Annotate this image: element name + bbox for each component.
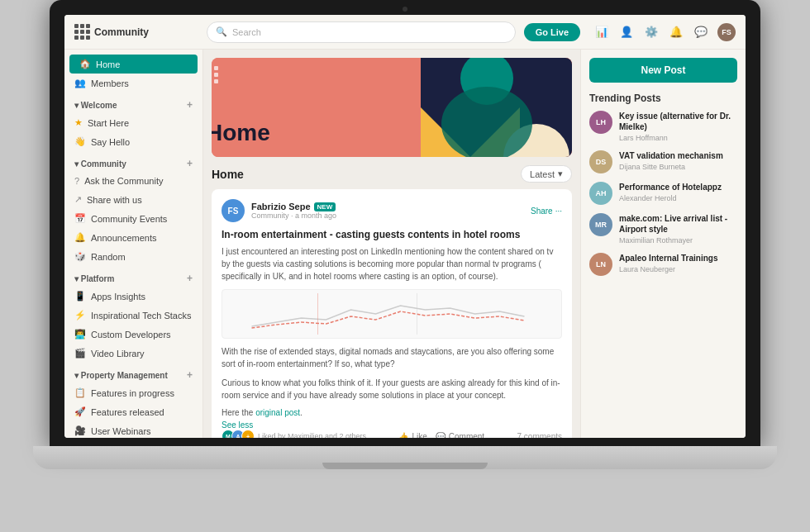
sidebar-item-members[interactable]: 👥 Members <box>64 74 202 93</box>
sidebar-item-features-released[interactable]: 🚀 Features released <box>64 402 202 421</box>
settings-icon[interactable]: ⚙️ <box>643 24 660 40</box>
trending-content-2: Performance of Hotelappz Alexander Herol… <box>619 182 737 205</box>
post-body-1: I just encountered an interesting post o… <box>222 245 562 283</box>
sidebar-item-share[interactable]: ↗ Share with us <box>64 190 202 209</box>
trending-post-title-1: VAT validation mechanism <box>619 150 737 161</box>
trending-item-3[interactable]: MR make.com: Live arrival list - Airport… <box>589 213 737 245</box>
chevron-down-icon: ▾ <box>558 169 563 179</box>
comment-button[interactable]: 💬 Comment <box>436 432 484 439</box>
dev-icon: 👨‍💻 <box>74 329 86 340</box>
post-actions: 👍 Like 💬 Comment <box>398 432 484 439</box>
trending-author-2: Alexander Herold <box>619 194 737 202</box>
wave-icon: 👋 <box>74 136 86 147</box>
trending-item-1[interactable]: DS VAT validation mechanism Dijana Sitte… <box>589 150 737 173</box>
post-header: FS Fabrizio Sepe NEW Community · a month… <box>222 199 562 222</box>
trending-list: LH Key issue (alternative for Dr. Mielke… <box>589 111 737 276</box>
post-title: In-room entertainment - casting guests c… <box>222 229 562 240</box>
logo-grid-icon <box>74 24 90 40</box>
trending-author-0: Lars Hoffmann <box>619 134 737 142</box>
tech-icon: ⚡ <box>74 310 86 321</box>
logo-area: Community <box>74 24 198 40</box>
sidebar-item-tech-stacks[interactable]: ⚡ Inspirational Tech Stacks <box>64 306 202 325</box>
original-post-anchor[interactable]: original post <box>255 408 300 417</box>
sidebar-home-label: Home <box>96 59 120 69</box>
chat-icon[interactable]: 💬 <box>693 24 709 40</box>
comments-count: 7 comments <box>517 432 562 439</box>
post-footer: M A + Liked by Maximilien and 2 others 👍… <box>222 430 562 438</box>
property-add-icon[interactable]: + <box>187 369 193 381</box>
sidebar-item-apps-insights[interactable]: 📱 Apps Insights <box>64 287 202 306</box>
sidebar-item-features-progress[interactable]: 📋 Features in progress <box>64 383 202 402</box>
latest-dropdown[interactable]: Latest ▾ <box>521 165 572 183</box>
trending-item-2[interactable]: AH Performance of Hotelappz Alexander He… <box>589 182 737 205</box>
sidebar-item-ask[interactable]: ? Ask the Community <box>64 172 202 190</box>
nav-icons: 📊 👤 ⚙️ 🔔 💬 FS <box>593 23 736 41</box>
trending-content-4: Apaleo Internal Trainings Laura Neuberge… <box>619 253 737 276</box>
post-author-info: Fabrizio Sepe NEW Community · a month ag… <box>251 202 336 220</box>
share-dots-icon: ··· <box>555 207 562 216</box>
post-author-name: Fabrizio Sepe NEW <box>251 202 336 211</box>
sidebar-item-start-here[interactable]: ★ Start Here <box>64 113 202 132</box>
post-author-avatar: FS <box>222 199 245 222</box>
chart-svg <box>240 293 545 335</box>
trending-author-4: Laura Neuberger <box>619 265 737 273</box>
chart-icon[interactable]: 📊 <box>593 24 610 40</box>
new-post-button[interactable]: New Post <box>589 58 737 83</box>
trending-avatar-4: LN <box>589 253 612 276</box>
sidebar-item-random[interactable]: 🎲 Random <box>64 247 202 266</box>
released-icon: 🚀 <box>74 406 86 417</box>
laptop-base <box>33 446 777 469</box>
sidebar: 🏠 Home 👥 Members ▾ Welcome + ★ <box>64 50 203 438</box>
go-live-button[interactable]: Go Live <box>524 23 580 41</box>
bell-icon[interactable]: 🔔 <box>668 24 684 40</box>
members-icon: 👥 <box>74 78 86 88</box>
screen: Community 🔍 Search Go Live 📊 👤 ⚙️ 🔔 💬 FS <box>64 15 746 438</box>
like-button[interactable]: 👍 Like <box>398 432 426 439</box>
sidebar-item-video[interactable]: 🎬 Video Library <box>64 344 202 363</box>
community-add-icon[interactable]: + <box>187 158 193 169</box>
sidebar-item-custom-dev[interactable]: 👨‍💻 Custom Developers <box>64 325 202 344</box>
users-icon[interactable]: 👤 <box>618 24 635 40</box>
post-author: FS Fabrizio Sepe NEW Community · a month… <box>222 199 336 222</box>
sidebar-item-say-hello[interactable]: 👋 Say Hello <box>64 132 202 151</box>
comment-icon: 💬 <box>436 432 446 439</box>
features-icon: 📋 <box>74 387 86 398</box>
sidebar-members-label: Members <box>91 78 129 88</box>
random-icon: 🎲 <box>74 251 86 262</box>
platform-add-icon[interactable]: + <box>187 273 193 284</box>
trending-title: Trending Posts <box>589 93 737 104</box>
search-bar[interactable]: 🔍 Search <box>207 21 516 43</box>
post-share-button[interactable]: Share ··· <box>531 207 562 216</box>
start-icon: ★ <box>74 117 83 128</box>
like-icon: 👍 <box>398 432 408 439</box>
trending-post-title-4: Apaleo Internal Trainings <box>619 253 737 264</box>
trending-avatar-1: DS <box>589 150 612 173</box>
user-avatar[interactable]: FS <box>717 23 736 41</box>
welcome-add-icon[interactable]: + <box>187 99 193 111</box>
hero-svg: Home <box>212 58 572 157</box>
sidebar-item-events[interactable]: 📅 Community Events <box>64 209 202 228</box>
home-icon: 🏠 <box>79 59 91 69</box>
trending-post-title-3: make.com: Live arrival list - Airport st… <box>619 213 737 235</box>
trending-content-1: VAT validation mechanism Dijana Sitte Bu… <box>619 150 737 173</box>
sidebar-item-announcements[interactable]: 🔔 Announcements <box>64 228 202 247</box>
trending-item-4[interactable]: LN Apaleo Internal Trainings Laura Neube… <box>589 253 737 276</box>
sidebar-item-webinars[interactable]: 🎥 User Webinars <box>64 421 202 438</box>
svg-text:Home: Home <box>212 120 270 145</box>
sidebar-section-community: ▾ Community + <box>64 151 202 172</box>
trending-avatar-2: AH <box>589 182 612 205</box>
trending-content-3: make.com: Live arrival list - Airport st… <box>619 213 737 245</box>
trending-content-0: Key issue (alternative for Dr. Mielke) L… <box>619 111 737 142</box>
trending-item-0[interactable]: LH Key issue (alternative for Dr. Mielke… <box>589 111 737 142</box>
post-card: FS Fabrizio Sepe NEW Community · a month… <box>212 189 572 438</box>
svg-rect-12 <box>214 73 218 77</box>
sidebar-item-home[interactable]: 🏠 Home <box>69 55 198 74</box>
home-section-header: Home Latest ▾ <box>212 165 572 183</box>
logo-text: Community <box>94 26 149 38</box>
reaction-avatar-3: + <box>241 430 255 438</box>
see-less-button[interactable]: See less <box>222 420 562 430</box>
share-icon: ↗ <box>74 194 82 205</box>
sidebar-section-property: ▾ Property Management + <box>64 363 202 383</box>
post-reactions: M A + Liked by Maximilien and 2 others <box>222 430 366 438</box>
trending-post-title-0: Key issue (alternative for Dr. Mielke) <box>619 111 737 132</box>
